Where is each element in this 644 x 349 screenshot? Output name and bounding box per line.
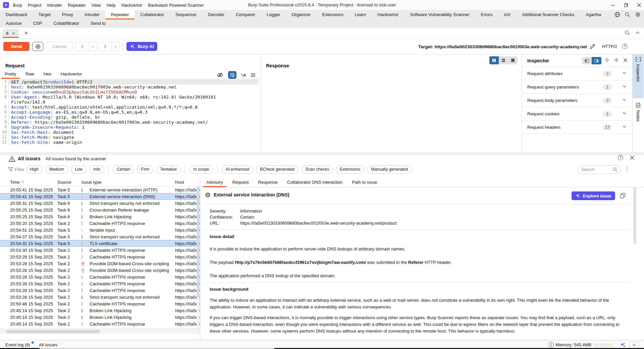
- settings-gear-icon[interactable]: [635, 12, 641, 17]
- column-header-issue-type[interactable]: Issue type: [82, 180, 175, 185]
- issue-row[interactable]: 20:53:28 15 Sep 2025Task 2iCacheable HTT…: [0, 287, 200, 294]
- issue-row[interactable]: 20:50:46 15 Sep 2025Task 2iCacheable HTT…: [0, 300, 200, 307]
- request-tab-hex[interactable]: Hex: [40, 70, 55, 79]
- repeater-tab-6[interactable]: 6 ✕: [3, 29, 19, 38]
- help-icon[interactable]: ?: [622, 44, 628, 49]
- layout-rows-button[interactable]: [499, 56, 508, 64]
- event-log-tab[interactable]: Event log (8): [5, 342, 30, 347]
- issues-help-icon[interactable]: ?: [618, 155, 623, 160]
- close-button[interactable]: [637, 3, 641, 7]
- filter-pill-info[interactable]: Info: [89, 165, 104, 174]
- filter-pill-tentative[interactable]: Tentative: [156, 165, 181, 174]
- explore-issue-button[interactable]: Explore issue: [572, 191, 615, 200]
- burp-ai-button[interactable]: Burp AI: [126, 42, 157, 51]
- edit-target-icon[interactable]: [590, 44, 595, 49]
- filter-pill-extensions[interactable]: Extensions: [336, 165, 364, 174]
- tab-agartha[interactable]: Agartha: [580, 10, 607, 19]
- tab-errors[interactable]: Errors: [475, 10, 498, 19]
- request-editor[interactable]: 1GET /product?productId=1 HTTP/22Host: 0…: [0, 79, 258, 145]
- tab-software-vulnerability-scanner[interactable]: Software Vulnerability Scanner: [404, 10, 475, 19]
- collapse-all-icon[interactable]: [614, 58, 619, 62]
- issues-table-hscrollbar[interactable]: [0, 329, 200, 334]
- tab-extensions[interactable]: Extensions: [317, 10, 350, 19]
- advisory-tab-advisory[interactable]: Advisory: [203, 178, 226, 187]
- hide-nonprintable-icon[interactable]: [217, 72, 223, 78]
- issues-search-input[interactable]: Search: [578, 165, 621, 174]
- ext-tab-csp[interactable]: CSP: [28, 19, 48, 27]
- editor-menu-icon[interactable]: [251, 73, 256, 77]
- filter-pill-low[interactable]: Low: [71, 165, 87, 174]
- advisory-tab-path-to-issue[interactable]: Path to issue: [348, 178, 380, 187]
- request-tab-pretty[interactable]: Pretty: [1, 70, 19, 79]
- tab-sequencer[interactable]: Sequencer: [170, 10, 202, 19]
- search-icon[interactable]: [625, 12, 630, 17]
- issue-row[interactable]: 20:54:32 15 Sep 2025Task 5iTLS certifica…: [0, 240, 200, 247]
- inspector-section-request-cookies[interactable]: Request cookies1: [522, 107, 632, 121]
- maximize-button[interactable]: [624, 3, 628, 7]
- issue-row[interactable]: 20:45:14 15 Sep 2025Task 2!Broken Link H…: [0, 314, 200, 321]
- add-tab-button[interactable]: +: [22, 29, 30, 38]
- minimize-button[interactable]: [611, 3, 615, 7]
- statusbar-expand-button[interactable]: [629, 342, 639, 348]
- column-header-host[interactable]: Host: [175, 180, 200, 185]
- inspector-section-request-query-parameters[interactable]: Request query parameters1: [522, 80, 632, 94]
- tab-organizer[interactable]: Organizer: [286, 10, 316, 19]
- ext-tab-send-to[interactable]: Send to: [85, 19, 111, 27]
- issue-row[interactable]: 20:55:31 15 Sep 2025Task 6!Strict transp…: [0, 200, 200, 207]
- filter-pill-scan-checks[interactable]: Scan checks: [301, 165, 333, 174]
- issue-row[interactable]: 20:55:25 15 Sep 2025Task 6!Broken Link H…: [0, 213, 200, 220]
- tab-decoder[interactable]: Decoder: [202, 10, 230, 19]
- advisory-scrollbar[interactable]: [633, 187, 637, 340]
- issue-row[interactable]: 20:53:28 15 Sep 2025Task 2iCacheable HTT…: [0, 274, 200, 280]
- tab-hackvertor[interactable]: Hackvertor: [372, 10, 404, 19]
- menu-intruder[interactable]: Intruder: [44, 3, 65, 8]
- back-history-dropdown[interactable]: [89, 42, 97, 51]
- issue-row[interactable]: 20:53:28 15 Sep 2025Task 2iCacheable HTT…: [0, 280, 200, 287]
- filter-pill-bcheck-generated[interactable]: BCheck generated: [256, 165, 299, 174]
- issue-row[interactable]: 20:55:41 15 Sep 2025Task 5iExternal serv…: [0, 193, 200, 200]
- tab-learn[interactable]: Learn: [349, 10, 372, 19]
- column-header-time[interactable]: Time: [10, 180, 57, 185]
- tab-comparer[interactable]: Comparer: [230, 10, 261, 19]
- close-inspector-icon[interactable]: [623, 58, 628, 62]
- menu-help[interactable]: Help: [104, 3, 118, 8]
- filter-pill-firm[interactable]: Firm: [137, 165, 153, 174]
- advisory-tab-collaborator-dns-interaction[interactable]: Collaborator DNS interaction: [284, 178, 346, 187]
- menu-repeater[interactable]: Repeater: [65, 3, 89, 8]
- globe-icon[interactable]: [614, 12, 620, 17]
- issue-row[interactable]: 20:54:37 15 Sep 2025Task 5!Strict transp…: [0, 233, 200, 240]
- tab-target[interactable]: Target: [33, 10, 56, 19]
- send-settings-button[interactable]: [32, 42, 43, 51]
- inspector-layout-right-button[interactable]: [592, 57, 601, 64]
- issue-row[interactable]: 20:45:14 15 Sep 2025Task 2iCacheable HTT…: [0, 321, 200, 327]
- advisory-tab-request[interactable]: Request: [229, 178, 252, 187]
- tab-proxy[interactable]: Proxy: [56, 10, 79, 19]
- issues-table-vscrollbar[interactable]: [197, 186, 200, 329]
- filter-pill-in-scope[interactable]: In scope: [189, 165, 213, 174]
- issue-row[interactable]: 20:55:41 15 Sep 2025Task 5!External serv…: [0, 186, 200, 193]
- tab-close-icon[interactable]: ✕: [12, 31, 15, 36]
- sidebar-tab-inspector[interactable]: Inspector: [633, 54, 644, 98]
- tab-dashboard[interactable]: Dashboard: [0, 10, 33, 19]
- issue-row[interactable]: 20:53:28 15 Sep 2025Task 2!Strict transp…: [0, 294, 200, 300]
- layout-single-button[interactable]: [508, 56, 518, 64]
- issue-row[interactable]: 20:54:51 15 Sep 2025Task 5!Iterable inpu…: [0, 227, 200, 233]
- issues-menu-icon[interactable]: ⋮: [625, 166, 630, 172]
- back-button[interactable]: [76, 42, 89, 51]
- filter-pill-high[interactable]: High: [26, 165, 43, 174]
- filter-pill-medium[interactable]: Medium: [45, 165, 68, 174]
- menu-project[interactable]: Project: [25, 3, 44, 8]
- inspector-layout-left-button[interactable]: [582, 57, 592, 64]
- tab-logger[interactable]: Logger: [261, 10, 286, 19]
- expand-all-icon[interactable]: [604, 58, 609, 62]
- word-wrap-toggle-icon[interactable]: [228, 71, 236, 79]
- filter-pill-ai-enhanced[interactable]: AI enhanced: [222, 165, 253, 174]
- tab-collaborator[interactable]: Collaborator: [135, 10, 170, 19]
- forward-button[interactable]: [99, 42, 111, 51]
- forward-history-dropdown[interactable]: [111, 42, 119, 51]
- column-header-source[interactable]: Source: [57, 180, 82, 185]
- tab-repeater[interactable]: Repeater: [105, 10, 135, 19]
- horizontal-splitter[interactable]: [0, 153, 644, 155]
- copy-icon[interactable]: [620, 193, 626, 198]
- inspector-section-request-body-parameters[interactable]: Request body parameters0: [522, 94, 632, 107]
